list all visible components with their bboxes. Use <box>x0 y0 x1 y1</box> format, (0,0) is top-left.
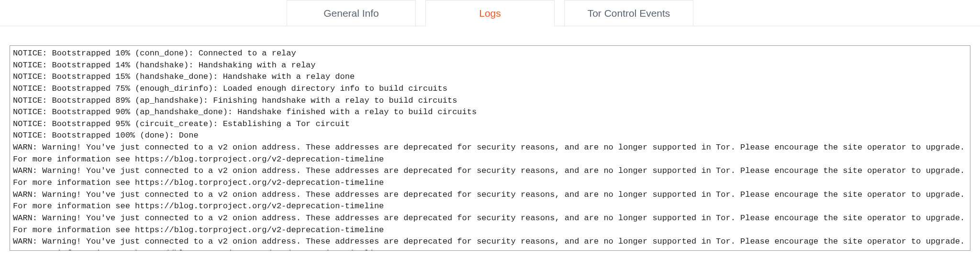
tab-bar: General Info Logs Tor Control Events <box>0 0 980 26</box>
tab-general-info[interactable]: General Info <box>287 0 416 26</box>
tab-tor-control-events[interactable]: Tor Control Events <box>564 0 693 26</box>
tab-label: General Info <box>323 8 379 19</box>
tab-label: Logs <box>479 8 501 19</box>
tab-logs[interactable]: Logs <box>425 0 555 26</box>
tab-label: Tor Control Events <box>588 8 670 19</box>
log-output[interactable]: NOTICE: Bootstrapped 10% (conn_done): Co… <box>10 45 970 251</box>
